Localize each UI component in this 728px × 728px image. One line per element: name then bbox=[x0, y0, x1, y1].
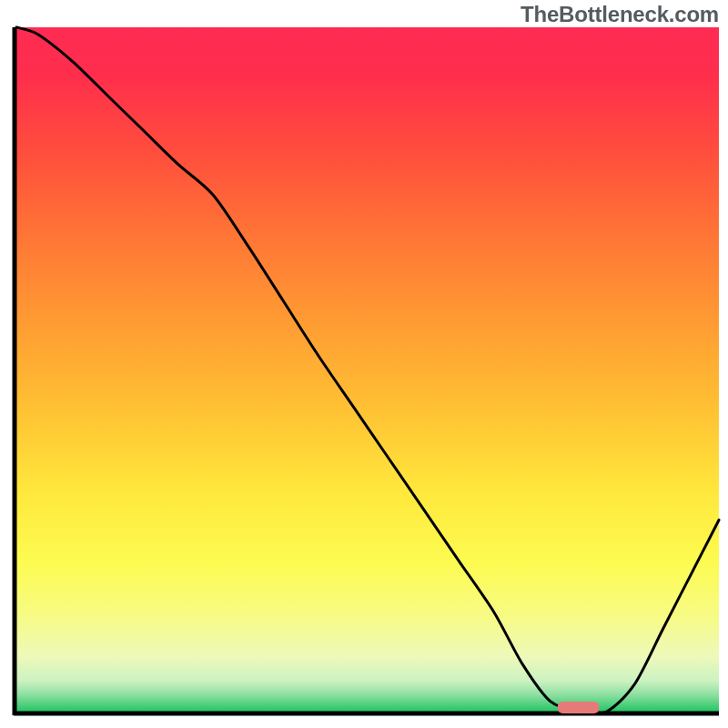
optimal-zone-marker bbox=[558, 702, 600, 713]
watermark-text: TheBottleneck.com bbox=[521, 2, 719, 27]
plot-background bbox=[16, 27, 719, 712]
chart-container: TheBottleneck.com bbox=[0, 0, 728, 728]
bottleneck-chart bbox=[0, 0, 728, 728]
